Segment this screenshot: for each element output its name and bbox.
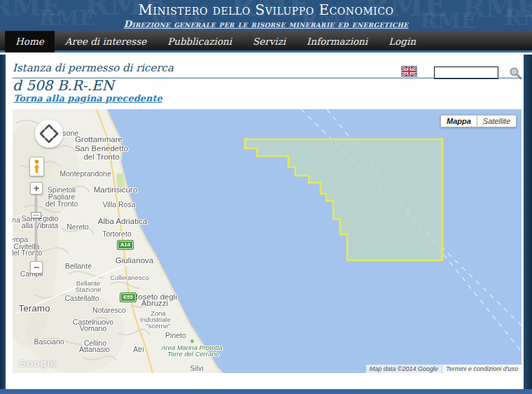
main-navbar: HomeAree di interessePubblicazioniServiz… [0, 31, 532, 52]
park-patch [116, 174, 125, 188]
page: RMERMERMERMERMERMERMERMERMERME Ministero… [0, 0, 532, 394]
site-header: RMERMERMERMERMERMERMERMERMERME Ministero… [0, 0, 532, 31]
map-attribution: Map data ©2014 Google Termini e condizio… [366, 365, 522, 373]
nav-item-home[interactable]: Home [5, 31, 55, 52]
map-type-switcher: Mappa Satellite [440, 115, 517, 127]
pegman-icon [32, 159, 41, 174]
site-title: Ministero dello Sviluppo Economico [0, 1, 532, 18]
permit-title: d 508 B.R-.EN [13, 77, 114, 94]
directorate-subtitle-text[interactable]: Direzione generale per le risorse minera… [123, 18, 408, 29]
zoom-slider-handle[interactable] [31, 212, 41, 218]
back-link[interactable]: Torna alla pagina precedente [13, 93, 162, 104]
pan-arrows-icon [35, 120, 63, 148]
page-border-right [524, 55, 532, 394]
map-base-layer [13, 109, 522, 373]
protected-area-marker [190, 339, 195, 344]
map-data-credit: Map data ©2014 Google [366, 365, 442, 373]
page-border-bottom [0, 389, 532, 394]
section-title: Istanza di permesso di ricerca [13, 62, 522, 78]
pegman-control[interactable] [29, 157, 44, 176]
nav-item-login[interactable]: Login [378, 31, 426, 52]
permit-area-polygon [245, 139, 442, 260]
map-canvas[interactable]: atransoneGrottammareSan Benedettodel Tro… [13, 109, 522, 373]
nav-item-pubblicazioni[interactable]: Pubblicazioni [157, 31, 242, 52]
google-logo[interactable]: Google [18, 357, 57, 369]
map-type-satellite-button[interactable]: Satellite [477, 115, 517, 127]
zoom-in-button[interactable]: + [30, 182, 43, 195]
nav-item-informazioni[interactable]: Informazioni [296, 31, 378, 52]
page-border-left [0, 55, 6, 394]
directorate-subtitle-link[interactable]: Direzione generale per le risorse minera… [0, 18, 532, 29]
terms-link[interactable]: Termini e condizioni d'uso [442, 365, 522, 373]
zoom-out-button[interactable]: − [30, 261, 43, 274]
nav-item-aree-di-interesse[interactable]: Aree di interesse [55, 31, 157, 52]
map-type-map-button[interactable]: Mappa [440, 115, 477, 127]
zoom-slider-track[interactable] [35, 195, 37, 262]
nav-item-servizi[interactable]: Servizi [242, 31, 296, 52]
pan-control[interactable] [35, 120, 63, 148]
nav-items: HomeAree di interessePubblicazioniServiz… [5, 31, 426, 52]
